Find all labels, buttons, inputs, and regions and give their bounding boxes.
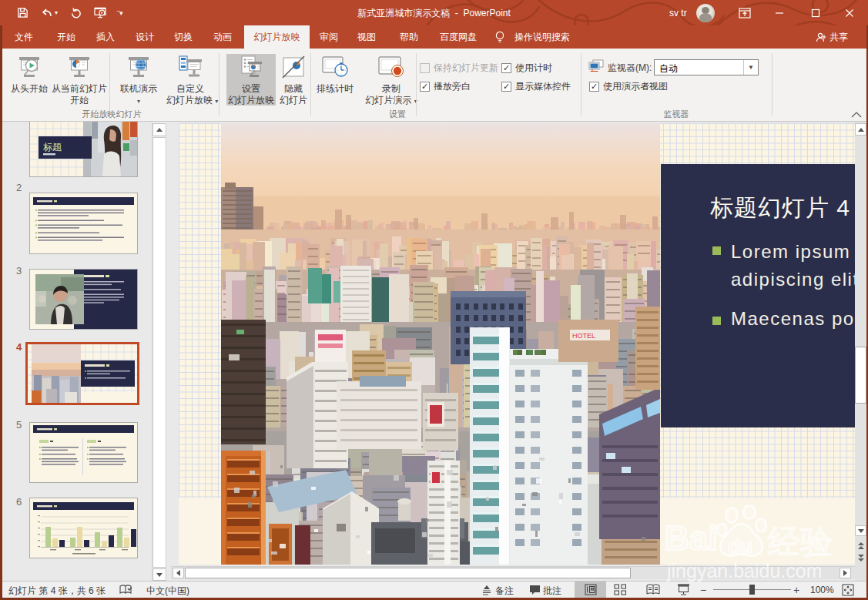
svg-text:du: du <box>728 535 752 558</box>
svg-text:标题: 标题 <box>43 142 62 153</box>
svg-text:HOTEL: HOTEL <box>572 332 595 340</box>
